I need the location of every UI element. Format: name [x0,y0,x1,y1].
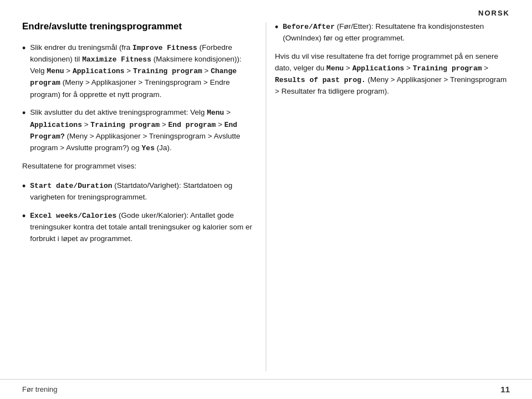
right-bullet-text-1: Before/After (Før/Etter): Resultatene fr… [283,21,510,44]
right-paragraph-block: Hvis du vil vise resultatene fra det for… [275,51,510,98]
ui-menu-1: Menu [47,67,64,75]
result-item-2: • Excel weeks/Calories (Gode uker/Kalori… [22,210,257,245]
ui-results-of-past: Results of past prog. [275,76,366,84]
ui-applications-2: Applications [30,121,82,129]
bullet-dot-2: • [22,108,25,154]
bullet-item-1: • Slik endrer du treningsmål (fra Improv… [22,42,257,100]
left-column: Endre/avslutte treningsprogrammet • Slik… [22,21,257,252]
page-title: Endre/avslutte treningsprogrammet [22,21,257,32]
ui-start-date: Start date/Duration [30,182,112,190]
results-heading-text: Resultatene for programmet vises: [22,162,136,170]
ui-improve-fitness: Improve Fitness [132,44,197,52]
footer-bar: Før trening 11 [0,379,532,399]
ui-training-program-2: Training program [90,121,160,129]
result-text-2: Excel weeks/Calories (Gode uker/Kalorier… [30,210,257,245]
ui-applications-1: Applications [73,67,125,75]
footer-left-text: Før trening [22,385,58,393]
bullet-text-1: Slik endrer du treningsmål (fra Improve … [30,42,257,100]
ui-training-program-3: Training program [413,64,482,73]
ui-training-program-1: Training program [133,67,202,75]
ui-end-program: End program [168,121,216,129]
result-dot-1: • [22,181,25,203]
ui-menu-2: Menu [207,109,224,117]
result-dot-2: • [22,211,25,245]
right-paragraph-text: Hvis du vil vise resultatene fra det for… [275,51,510,98]
right-bullet-dot-1: • [275,22,278,44]
ui-before-after: Before/After [283,23,335,31]
results-heading-block: Resultatene for programmet vises: [22,161,257,172]
result-text-1: Start date/Duration (Startdato/Varighet)… [30,180,257,203]
ui-maximize-fitness: Maximize Fitness [82,55,151,64]
right-bullet-item-1: • Before/After (Før/Etter): Resultatene … [275,21,510,44]
ui-menu-3: Menu [326,64,344,73]
bullet-text-2: Slik avslutter du det aktive treningspro… [30,107,257,154]
bullet-item-2: • Slik avslutter du det aktive treningsp… [22,107,257,154]
result-item-1: • Start date/Duration (Startdato/Varighe… [22,180,257,203]
footer-page-number: 11 [500,385,510,394]
ui-yes: Yes [142,144,155,152]
norsk-label: NORSK [478,9,510,17]
right-column: • Before/After (Før/Etter): Resultatene … [275,21,510,252]
bullet-dot-1: • [22,43,25,100]
ui-excel-weeks: Excel weeks/Calories [30,212,116,220]
ui-applications-3: Applications [352,64,405,73]
page-container: NORSK Endre/avslutte treningsprogrammet … [0,0,532,399]
column-divider [266,22,267,371]
